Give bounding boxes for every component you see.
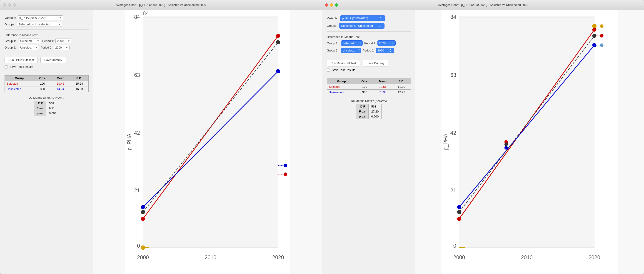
- group1-select-container-right: Selected Unselected ▲ ▼: [341, 40, 363, 46]
- anova-row-pval-right: p-val 0.000: [356, 114, 381, 119]
- obs-unselected-left: 380: [34, 86, 51, 92]
- groups-stepper-right[interactable]: ▲ ▼: [378, 23, 382, 28]
- chart-svg-right: 84 63 42 21 0 p_PHA 2000 2010 2020: [416, 10, 644, 274]
- group1-stepper-right[interactable]: ▲ ▼: [359, 41, 363, 46]
- period1-select-right[interactable]: 2000 2010 2020: [378, 41, 390, 46]
- save-results-label-right: Save Test Results: [332, 68, 356, 72]
- anova-label-fval-left: F-val: [34, 106, 46, 111]
- save-dummy-btn-right[interactable]: Save Dummy: [363, 60, 388, 66]
- svg-text:2000: 2000: [137, 255, 149, 260]
- anova-label-df-right: D.F.: [356, 104, 368, 109]
- run-diff-btn-left[interactable]: Run Diff-in-Diff Test: [4, 57, 38, 63]
- group1-select-right[interactable]: Selected Unselected: [341, 41, 359, 46]
- maximize-button-left[interactable]: [13, 3, 16, 6]
- period1-stepper-right[interactable]: ▲ ▼: [390, 41, 394, 46]
- svg-point-61: [592, 43, 596, 47]
- svg-point-26: [276, 69, 280, 73]
- anova-label-df-left: D.F.: [34, 101, 46, 106]
- svg-text:2000: 2000: [453, 255, 465, 260]
- mean-unselected-left: 14.74: [51, 86, 70, 92]
- minimize-button-right[interactable]: [330, 3, 333, 6]
- stats-table-left: Group Obs. Mean S.D. Selected 190 10.45 …: [4, 75, 88, 92]
- close-button-left[interactable]: [3, 3, 6, 6]
- group1-select-left[interactable]: Selected Unselected: [19, 39, 41, 43]
- svg-text:0: 0: [137, 243, 140, 249]
- table-row: Selected 190 10.45 15.24: [5, 81, 88, 86]
- variable-select-container-left: p_PHA (2000-2020): [18, 15, 63, 20]
- anova-section-right: Do Means Differ? (ANOVA) D.F. 568 F-val …: [327, 99, 411, 119]
- anova-table-left: D.F. 568 F-val 9.11 p-val 0.003: [34, 101, 59, 116]
- svg-text:2020: 2020: [588, 255, 600, 260]
- period2-select-right[interactable]: 2000 2010 2020: [376, 48, 388, 53]
- svg-point-20: [141, 246, 145, 250]
- anova-row-df-right: D.F. 568: [356, 104, 381, 109]
- save-results-checkbox-left[interactable]: [4, 65, 8, 68]
- period2-label-right: Period 2:: [363, 49, 374, 52]
- save-results-checkbox-right[interactable]: [327, 68, 330, 72]
- group2-stepper-right[interactable]: ▲ ▼: [357, 48, 361, 53]
- save-results-row-left: Save Test Results: [4, 65, 88, 68]
- col-obs-left: Obs.: [34, 76, 51, 81]
- groups-row-left: Groups: Selected vs. Unselected: [4, 22, 88, 27]
- group2-row-left: Group 2: Unselec... Selected Period 2: 2…: [4, 45, 88, 50]
- variable-select-container-right: p_PHA (2000-2020) ▲ ▼: [340, 15, 386, 21]
- period1-select-left[interactable]: 2000 2010 2020: [56, 39, 71, 43]
- maximize-button-right[interactable]: [335, 3, 338, 6]
- group2-select-left[interactable]: Unselec... Selected: [19, 45, 39, 50]
- minimize-button-left[interactable]: [8, 3, 11, 6]
- svg-text:42: 42: [134, 130, 140, 136]
- svg-point-59: [592, 28, 596, 32]
- svg-text:p_PHA: p_PHA: [443, 134, 448, 150]
- svg-text:84: 84: [134, 14, 140, 20]
- stats-table-right: Group Obs. Mean S.D. Selected 190 79.51 …: [327, 78, 411, 95]
- diff-test-label-left: Difference-in-Means Test:: [4, 33, 88, 37]
- col-group-right: Group: [327, 79, 356, 84]
- group1-select-container-left: Selected Unselected: [19, 39, 41, 43]
- save-dummy-btn-left[interactable]: Save Dummy: [40, 57, 66, 63]
- svg-text:0: 0: [453, 243, 456, 249]
- svg-rect-33: [459, 16, 594, 248]
- variable-select-left[interactable]: p_PHA (2000-2020): [18, 15, 63, 20]
- mean-selected-left: 10.45: [51, 81, 70, 86]
- group2-select-container-left: Unselec... Selected: [19, 45, 39, 50]
- groups-select-right[interactable]: Selected vs. Unselected: [339, 23, 378, 28]
- period2-stepper-right[interactable]: ▲ ▼: [388, 48, 392, 53]
- variable-select-right[interactable]: p_PHA (2000-2020): [340, 16, 379, 21]
- mean-unselected-right: 73.90: [373, 90, 392, 95]
- svg-point-21: [141, 217, 145, 221]
- svg-point-52: [457, 217, 461, 221]
- anova-row-fval: F-val 9.11: [34, 106, 59, 111]
- group2-select-container-right: Unselec... Selected ▲ ▼: [341, 48, 361, 53]
- anova-title-left: Do Means Differ? (ANOVA): [4, 96, 88, 99]
- divider-left: [4, 29, 88, 30]
- title-bar-right: Averages Chart - p_PHA (2000-2020) - Sel…: [322, 0, 644, 10]
- svg-text:21: 21: [134, 188, 140, 193]
- period1-select-container-right: 2000 2010 2020 ▲ ▼: [378, 40, 396, 46]
- period2-label-left: Period 2:: [40, 46, 52, 49]
- group2-row-right: Group 2: Unselec... Selected ▲ ▼ Period …: [327, 48, 411, 53]
- save-results-label-left: Save Test Results: [10, 65, 33, 68]
- table-row: Unselected 380 73.90 12.23: [327, 90, 411, 95]
- svg-text:63: 63: [134, 72, 140, 78]
- window-left: Averages Chart - p_PHA (2000-2020) - Sel…: [0, 0, 322, 274]
- left-panel-left: Variable: p_PHA (2000-2020) Groups: Sele…: [0, 10, 93, 274]
- window-title-left: Averages Chart - p_PHA (2000-2020) - Sel…: [116, 3, 206, 6]
- anova-row-pval: p-val 0.003: [34, 111, 59, 116]
- anova-val-fval-right: 27.20: [368, 109, 382, 114]
- svg-point-57: [504, 143, 508, 146]
- group2-select-right[interactable]: Unselec... Selected: [341, 48, 357, 53]
- svg-point-56: [504, 146, 508, 150]
- col-obs-right: Obs.: [356, 79, 373, 84]
- group1-row-right: Group 1: Selected Unselected ▲ ▼ Period …: [327, 40, 411, 46]
- sd-unselected-left: 16.33: [70, 86, 88, 92]
- svg-text:84: 84: [450, 14, 456, 20]
- diff-test-label-right: Difference-in-Means Test:: [327, 35, 411, 39]
- variable-stepper-right[interactable]: ▲ ▼: [379, 16, 383, 21]
- period2-select-left[interactable]: 2000 2010 2020: [54, 45, 70, 50]
- period2-select-container-right: 2000 2010 2020 ▲ ▼: [376, 48, 394, 53]
- anova-label-fval-right: F-val: [356, 109, 368, 114]
- close-button-right[interactable]: [325, 3, 328, 6]
- run-diff-btn-right[interactable]: Run Diff-in-Diff Test: [327, 60, 360, 66]
- groups-select-left[interactable]: Selected vs. Unselected: [17, 22, 62, 27]
- svg-text:42: 42: [450, 130, 456, 136]
